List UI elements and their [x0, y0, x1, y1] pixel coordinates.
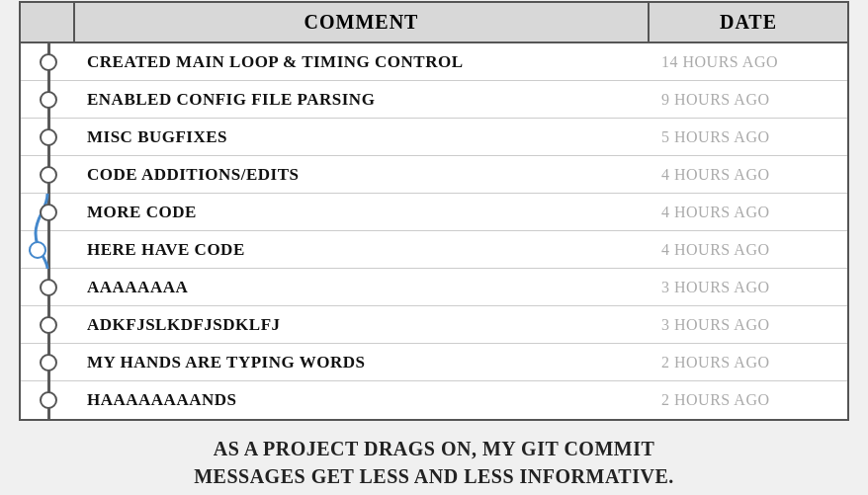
- cell-date: 4 HOURS AGO: [650, 160, 847, 190]
- cell-comment: MORE CODE: [75, 197, 650, 228]
- cell-comment: AAAAAAAA: [75, 272, 650, 303]
- table-row: HERE HAVE CODE 4 HOURS AGO: [21, 231, 847, 269]
- table-row: MY HANDS ARE TYPING WORDS 2 HOURS AGO: [21, 344, 847, 381]
- cell-date: 5 HOURS AGO: [650, 123, 847, 152]
- cell-date: 2 HOURS AGO: [650, 385, 847, 415]
- date-column-header: DATE: [650, 3, 847, 41]
- cell-comment: ADKFJSLKDFJSDKLFJ: [75, 309, 650, 341]
- caption-line2: MESSAGES GET LESS AND LESS INFORMATIVE.: [29, 462, 839, 490]
- table-row: MORE CODE 4 HOURS AGO: [21, 194, 847, 231]
- commit-dot: [29, 241, 46, 259]
- table-row: MISC BUGFIXES 5 HOURS AGO: [21, 119, 847, 156]
- table-row: ENABLED CONFIG FILE PARSING 9 HOURS AGO: [21, 81, 847, 119]
- table-row: CREATED MAIN LOOP & TIMING CONTROL 14 HO…: [21, 43, 847, 81]
- cell-comment: MY HANDS ARE TYPING WORDS: [75, 347, 650, 378]
- commit-dot: [40, 391, 57, 409]
- cell-comment: ENABLED CONFIG FILE PARSING: [75, 84, 650, 116]
- cell-date: 3 HOURS AGO: [650, 273, 847, 302]
- cell-comment: CREATED MAIN LOOP & TIMING CONTROL: [75, 46, 650, 78]
- commit-dot: [40, 53, 57, 71]
- icon-column-header: [21, 3, 75, 41]
- table-row: AAAAAAAA 3 HOURS AGO: [21, 269, 847, 306]
- caption-line1: AS A PROJECT DRAGS ON, MY GIT COMMIT: [29, 435, 839, 462]
- cell-date: 4 HOURS AGO: [650, 235, 847, 265]
- commit-dot: [40, 166, 57, 184]
- table-row: CODE ADDITIONS/EDITS 4 HOURS AGO: [21, 156, 847, 194]
- main-container: COMMENT DATE CREATED MAIN LOOP & TIMING …: [19, 1, 849, 494]
- commit-dot: [40, 316, 57, 334]
- table-row: HAAAAAAAANDS 2 HOURS AGO: [21, 381, 847, 419]
- caption: AS A PROJECT DRAGS ON, MY GIT COMMIT MES…: [19, 431, 849, 494]
- cell-date: 4 HOURS AGO: [650, 198, 847, 227]
- commit-dot: [40, 354, 57, 371]
- commit-dot: [40, 204, 57, 221]
- table-body: CREATED MAIN LOOP & TIMING CONTROL 14 HO…: [21, 43, 847, 419]
- cell-date: 9 HOURS AGO: [650, 85, 847, 115]
- cell-comment: MISC BUGFIXES: [75, 122, 650, 153]
- cell-comment: HERE HAVE CODE: [75, 234, 650, 266]
- commit-dot: [40, 279, 57, 296]
- cell-date: 2 HOURS AGO: [650, 348, 847, 377]
- table-row: ADKFJSLKDFJSDKLFJ 3 HOURS AGO: [21, 306, 847, 344]
- commit-table: COMMENT DATE CREATED MAIN LOOP & TIMING …: [19, 1, 849, 421]
- table-header: COMMENT DATE: [21, 3, 847, 43]
- commit-dot: [40, 91, 57, 109]
- cell-comment: HAAAAAAAANDS: [75, 384, 650, 416]
- cell-date: 14 HOURS AGO: [650, 47, 847, 77]
- cell-date: 3 HOURS AGO: [650, 310, 847, 340]
- commit-dot: [40, 128, 57, 146]
- cell-comment: CODE ADDITIONS/EDITS: [75, 159, 650, 191]
- comment-column-header: COMMENT: [75, 3, 650, 41]
